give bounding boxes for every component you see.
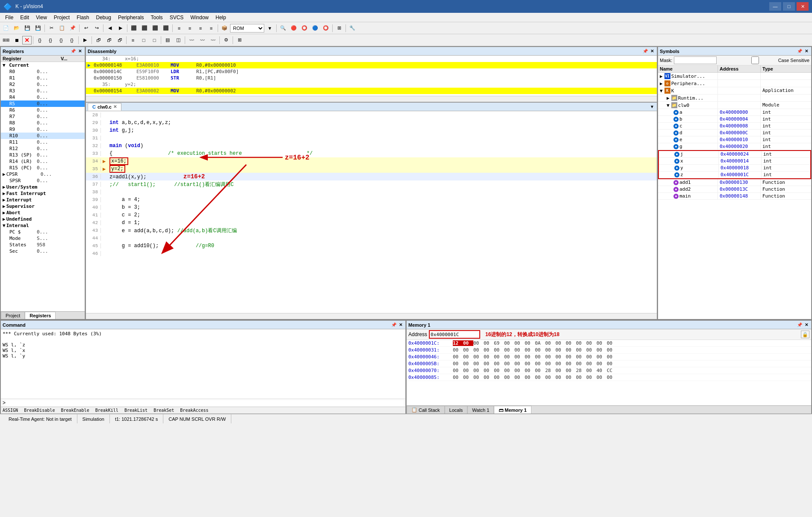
ac-breakkill[interactable]: BreakKill: [95, 408, 118, 413]
cut-btn[interactable]: ✂: [46, 24, 56, 33]
reg-group-interrupt[interactable]: ▶Interrupt: [1, 197, 85, 203]
ac-breakaccess[interactable]: BreakAccess: [180, 408, 208, 413]
reg-row-r5[interactable]: R50...: [1, 100, 85, 107]
ac-breakenable[interactable]: BreakEnable: [61, 408, 89, 413]
t2-extra-btn[interactable]: ⊞: [234, 35, 245, 45]
reg-group-supervisor[interactable]: ▶Supervisor: [1, 203, 85, 210]
t2-set-btn[interactable]: ⚙: [221, 35, 231, 45]
bp-btn3[interactable]: ⬛: [150, 24, 160, 33]
reg-group-usersys[interactable]: ▶User/System: [1, 184, 85, 190]
t2-out-btn[interactable]: {}: [67, 35, 77, 45]
maximize-button[interactable]: □: [783, 2, 795, 11]
reg-row-r7[interactable]: R70...: [1, 113, 85, 120]
reg-row-states[interactable]: States958: [1, 242, 85, 248]
mem-close-icon[interactable]: ✕: [803, 322, 809, 328]
menu-flash[interactable]: Flash: [73, 14, 92, 21]
sym-row-k[interactable]: ▼ K K Application: [658, 87, 811, 95]
sym-row-g[interactable]: ◆ g 0x40000020 int: [658, 143, 811, 150]
mem-tab-callstack[interactable]: 📋 Call Stack: [407, 406, 445, 414]
reg-row-r13[interactable]: R13 (SP)0...: [1, 152, 85, 158]
debug-btn2[interactable]: ⭕: [299, 24, 310, 33]
indent2-btn[interactable]: ≡: [195, 24, 206, 33]
close-button[interactable]: ✕: [797, 2, 809, 11]
menu-file[interactable]: File: [2, 14, 17, 21]
reg-row-r12[interactable]: R120...: [1, 145, 85, 152]
sym-row-e[interactable]: ◆ e 0x40000010 int: [658, 136, 811, 143]
t2-mem-btn2[interactable]: ◫: [173, 35, 183, 45]
bp-btn2[interactable]: ⬛: [139, 24, 150, 33]
indent-btn[interactable]: ≡: [174, 24, 184, 33]
debug-btn3[interactable]: 🔵: [310, 24, 320, 33]
sym-row-d[interactable]: ◆ d 0x4000000C int: [658, 130, 811, 136]
wrench-btn[interactable]: 🔧: [347, 24, 357, 33]
registers-pin-icon[interactable]: 📌: [70, 48, 76, 54]
code-hscroll[interactable]: [86, 313, 657, 319]
reg-row-mode[interactable]: ModeS...: [1, 235, 85, 242]
bp-btn4[interactable]: ⬛: [161, 24, 171, 33]
ac-breakdisable[interactable]: BreakDisable: [24, 408, 55, 413]
disasm-hscroll[interactable]: [86, 96, 657, 102]
code-scroll-icon[interactable]: ▼: [649, 104, 655, 110]
sym-row-z[interactable]: ◆ z 0x4000001C int: [659, 171, 810, 178]
reg-row-r1[interactable]: R10...: [1, 75, 85, 81]
unindent-btn[interactable]: ≡: [185, 24, 195, 33]
mem-row-6[interactable]: 0x40000085: 0000000000000000000000000000…: [407, 374, 811, 381]
t2-btn1[interactable]: ⊞⊞: [1, 35, 11, 45]
layout-btn[interactable]: ⊞: [334, 24, 344, 33]
ac-breaklist[interactable]: BreakList: [124, 408, 148, 413]
reg-row-r11[interactable]: R110...: [1, 139, 85, 145]
menu-window[interactable]: Window: [187, 14, 212, 21]
mem-tab-watch1[interactable]: Watch 1: [467, 406, 494, 414]
t2-view-btn2[interactable]: □: [139, 35, 149, 45]
sym-row-runtim[interactable]: ▶ 📁 Runtim...: [658, 95, 811, 102]
mem-pin-icon[interactable]: 📌: [797, 322, 803, 328]
t2-btn2[interactable]: ⏹: [12, 35, 22, 45]
t2-win-btn2[interactable]: 🗗: [104, 35, 114, 45]
reg-row-r14[interactable]: R14 (LR)0...: [1, 158, 85, 165]
registers-close-icon[interactable]: ✕: [77, 48, 83, 54]
ac-assign[interactable]: ASSIGN: [3, 408, 18, 413]
t2-view-btn[interactable]: ≡: [128, 35, 138, 45]
reg-row-r9[interactable]: R90...: [1, 126, 85, 133]
code-content[interactable]: z=16+2 28 29 int: [86, 111, 657, 313]
sym-row-main[interactable]: ◆ main 0x00000148 Function: [658, 193, 811, 200]
sym-expand-k[interactable]: ▼: [660, 88, 663, 94]
case-sensitive-checkbox[interactable]: [734, 56, 777, 64]
menu-help[interactable]: Help: [212, 14, 230, 21]
memory-address-input[interactable]: [429, 330, 480, 339]
menu-svcs[interactable]: SVCS: [166, 14, 187, 21]
t2-wave-btn[interactable]: 〰: [186, 35, 197, 45]
save-all-btn[interactable]: 💾: [33, 24, 43, 33]
menu-edit[interactable]: Edit: [17, 14, 32, 21]
ac-breakset[interactable]: BreakSet: [154, 408, 174, 413]
sym-expand-periph[interactable]: ▶: [660, 81, 663, 86]
sym-row-x[interactable]: ◆ x 0x40000014 int: [659, 158, 810, 165]
reg-group-fastint[interactable]: ▶Fast Interrupt: [1, 190, 85, 197]
mem-row-3[interactable]: 0x40000046: 0000000000000000000000000000…: [407, 354, 811, 360]
mem-row-1[interactable]: 0x4000001C: 12 00 00 00 69 00 00 00 0A 0…: [407, 340, 811, 347]
reg-row-r3[interactable]: R30...: [1, 88, 85, 94]
combo-btn[interactable]: ▼: [265, 24, 275, 33]
reg-group-abort[interactable]: ▶Abort: [1, 210, 85, 216]
menu-debug[interactable]: Debug: [93, 14, 115, 21]
disasm-row-150[interactable]: 0x00000150 E5810000 STR R0,[R1]: [86, 75, 657, 81]
sym-row-add1[interactable]: ◆ add1 0x00000130 Function: [658, 179, 811, 186]
redo-btn[interactable]: ↪: [92, 24, 102, 33]
reg-row-r15[interactable]: R15 (PC)0...: [1, 165, 85, 171]
reg-row-r2[interactable]: R20...: [1, 81, 85, 88]
mem-lock-btn[interactable]: 🔒: [801, 331, 809, 338]
reg-row-sec[interactable]: Sec0...: [1, 248, 85, 254]
indent3-btn[interactable]: ≡: [206, 24, 216, 33]
tab-project[interactable]: Project: [1, 312, 25, 319]
reg-row-r4[interactable]: R40...: [1, 94, 85, 100]
debug-btn4[interactable]: ⭕: [321, 24, 331, 33]
minimize-button[interactable]: —: [769, 2, 781, 11]
reg-group-current[interactable]: ▼ Current: [1, 62, 85, 68]
menu-tools[interactable]: Tools: [148, 14, 166, 21]
symbols-close-icon[interactable]: ✕: [803, 48, 809, 54]
mem-row-4[interactable]: 0x4000005B: 0000000000000000000000000000…: [407, 360, 811, 367]
symbols-pin-icon[interactable]: 📌: [797, 48, 803, 54]
t2-reset-btn[interactable]: ✕: [22, 36, 32, 44]
t2-run-btn[interactable]: {}: [35, 35, 45, 45]
reg-group-undefined[interactable]: ▶Undefined: [1, 216, 85, 222]
